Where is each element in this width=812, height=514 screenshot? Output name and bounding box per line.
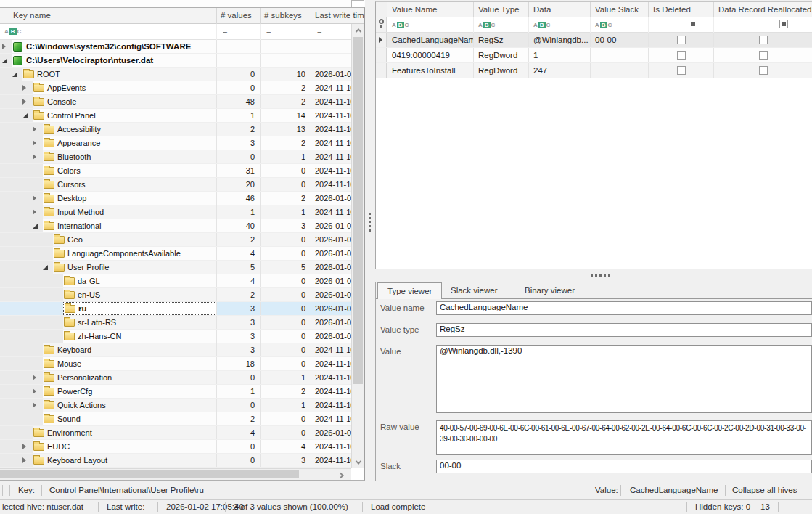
tree-row[interactable]: Cursors 20 0 2024-11-10 [0,178,351,192]
tree-row[interactable]: Geo 2 0 2026-01-02 [0,233,351,247]
is-deleted-checkbox[interactable] [677,36,686,44]
grid-column-is-deleted[interactable]: Is Deleted [648,2,713,17]
key-name-cell[interactable]: AppEvents [33,81,216,94]
key-name-cell[interactable]: Desktop [43,192,216,205]
expand-arrow-icon[interactable] [33,209,36,215]
value-slack-cell[interactable] [590,48,648,62]
tree-filter-last-write[interactable]: = [311,24,351,40]
key-name-cell[interactable]: ru [63,302,216,315]
tree-row[interactable]: en-US 2 0 2026-01-02 [0,288,351,302]
value-name-cell[interactable]: CachedLanguageName [387,33,473,47]
key-name-cell[interactable]: Colors [43,164,216,177]
key-name-cell[interactable]: da-GL [63,274,216,287]
key-name-cell[interactable]: ROOT [22,68,216,81]
is-deleted-checkbox[interactable] [677,66,686,75]
tab-slack-viewer[interactable]: Slack viewer [441,282,507,299]
value-name-field[interactable]: CachedLanguageName [436,301,812,315]
tree-row[interactable]: International 40 3 2026-01-02 [0,219,351,233]
key-name-cell[interactable]: Appearance [43,136,216,150]
tree-row[interactable]: C:\Users\Velociraptor\ntuser.dat [0,54,351,68]
expand-arrow-icon[interactable] [2,58,7,63]
horizontal-scroll-thumb[interactable] [0,470,299,478]
key-name-cell[interactable]: Accessibility [43,123,216,136]
tree-row[interactable]: Quick Actions 0 1 2024-11-10 [0,399,351,412]
scroll-right-button[interactable] [335,469,348,481]
grid-column-value-name[interactable]: Value Name [387,2,473,17]
grid-column-data-record-reallocated[interactable]: Data Record Reallocated [713,2,812,17]
is-deleted-filter-checkbox[interactable] [689,20,697,28]
data-cell[interactable]: 247 [528,63,590,78]
key-name-cell[interactable]: C:\Windows\system32\config\SOFTWARE [12,40,216,53]
tree-row[interactable]: Mouse 18 0 2024-11-10 [0,357,351,371]
key-name-cell[interactable]: C:\Users\Velociraptor\ntuser.dat [12,54,216,67]
key-name-cell[interactable]: Control Panel [33,109,216,122]
key-name-cell[interactable]: Cursors [43,178,216,191]
tree-horizontal-scrollbar[interactable] [0,468,351,480]
key-name-cell[interactable]: zh-Hans-CN [63,330,216,343]
tree-vertical-scrollbar[interactable] [351,24,364,468]
raw-value-field[interactable]: 40-00-57-00-69-00-6E-00-6C-00-61-00-6E-0… [436,420,812,455]
tab-type-viewer[interactable]: Type viewer [377,282,442,299]
tree-filter-values[interactable]: = [216,24,260,40]
expand-arrow-icon[interactable] [33,126,36,132]
value-name-cell[interactable]: FeaturesToInstall [387,63,473,78]
key-name-cell[interactable]: en-US [63,288,216,301]
key-name-cell[interactable]: Sound [43,412,216,425]
key-name-cell[interactable]: LanguageComponentsAvailable [53,247,216,260]
value-name-cell[interactable]: 0419:00000419 [387,48,473,62]
tree-row[interactable]: Environment 4 0 2026-01-02 [0,426,351,440]
tree-row[interactable]: C:\Windows\system32\config\SOFTWARE [0,40,351,54]
key-name-cell[interactable]: Quick Actions [43,399,216,412]
key-name-cell[interactable]: Environment [33,426,216,439]
expand-arrow-icon[interactable] [33,195,36,201]
horizontal-splitter[interactable] [591,272,612,278]
tree-row[interactable]: Keyboard Layout 0 3 2024-11-10 [0,454,351,468]
tree-row[interactable]: Personalization 0 1 2024-11-10 [0,371,351,385]
value-row[interactable]: FeaturesToInstall RegDword 247 [376,63,812,78]
collapse-all-hives-button[interactable]: Collapse all hives [732,486,797,494]
key-name-cell[interactable]: EUDC [33,440,216,453]
expand-arrow-icon[interactable] [2,44,6,49]
expand-arrow-icon[interactable] [33,402,36,408]
vertical-splitter[interactable] [366,213,372,232]
tree-row[interactable]: Keyboard 3 0 2024-11-10 [0,343,351,357]
grid-column-value-slack[interactable]: Value Slack [590,2,648,17]
scroll-down-button[interactable] [352,456,365,468]
expand-arrow-icon[interactable] [33,388,36,394]
value-type-cell[interactable]: RegDword [473,48,528,62]
tree-column-values[interactable]: # values [216,8,260,24]
expand-arrow-icon[interactable] [22,113,28,118]
tree-row[interactable]: zh-Hans-CN 3 0 2026-01-02 [0,330,351,343]
reallocated-checkbox[interactable] [759,66,768,75]
vertical-scroll-thumb[interactable] [353,37,363,384]
tree-row[interactable]: AppEvents 0 2 2024-11-10 [0,81,351,95]
tree-row[interactable]: EUDC 0 4 2024-11-10 [0,440,351,454]
tree-row[interactable]: ru 3 0 2026-01-02 [0,302,351,316]
key-name-cell[interactable]: Keyboard Layout [33,454,216,467]
tree-column-last-write[interactable]: Last write time [311,8,364,24]
tree-row[interactable]: Sound 2 0 2024-11-10 [0,412,351,426]
tree-row[interactable]: Appearance 3 2 2024-11-10 [0,136,351,150]
expand-arrow-icon[interactable] [33,375,36,380]
reallocated-checkbox[interactable] [759,51,768,60]
expand-arrow-icon[interactable] [43,265,48,270]
key-name-cell[interactable]: PowerCfg [43,385,216,398]
scroll-up-button[interactable] [352,24,365,36]
tree-row[interactable]: User Profile 5 5 2026-01-02 [0,261,351,274]
tree-row[interactable]: Control Panel 1 14 2024-11-10 [0,109,351,123]
grid-column-data[interactable]: Data [528,2,590,17]
tree-filter-row[interactable]: ABC = = = [0,24,364,40]
expand-arrow-icon[interactable] [33,154,36,160]
value-type-cell[interactable]: RegDword [473,63,528,78]
expand-arrow-icon[interactable] [12,72,17,77]
key-name-cell[interactable]: Mouse [43,357,216,370]
reallocated-checkbox[interactable] [759,36,768,44]
data-cell[interactable]: @Winlangdb... [528,33,590,47]
tree-row[interactable]: Input Method 1 1 2024-11-10 [0,205,351,219]
tree-row[interactable]: Bluetooth 0 1 2024-11-10 [0,150,351,164]
tree-filter-subkeys[interactable]: = [260,24,311,40]
key-name-cell[interactable]: Input Method [43,205,216,219]
tree-row[interactable]: da-GL 4 0 2026-01-02 [0,274,351,288]
value-field[interactable]: @Winlangdb.dll,-1390 [436,345,812,413]
value-slack-cell[interactable]: 00-00 [590,33,648,47]
